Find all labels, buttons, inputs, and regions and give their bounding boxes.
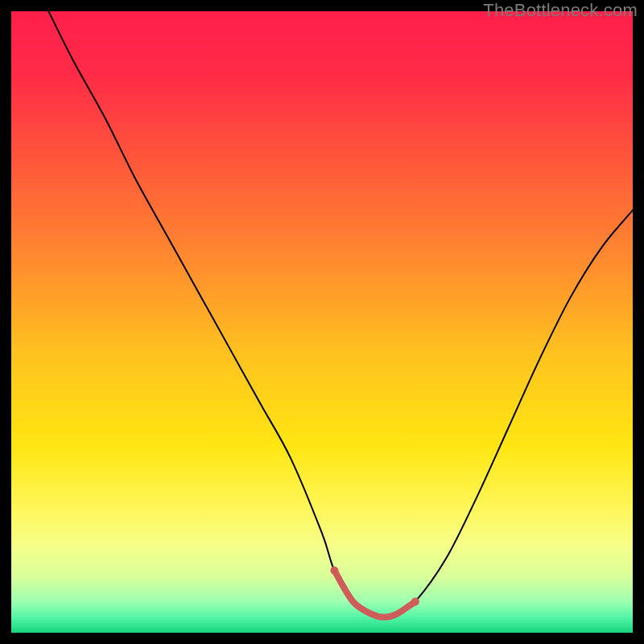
chart-stage: TheBottleneck.com: [0, 0, 644, 644]
attribution-text: TheBottleneck.com: [483, 0, 638, 21]
optimal-zone-start-dot: [330, 567, 338, 575]
chart-svg: [11, 11, 633, 633]
optimal-zone-end-dot: [411, 597, 419, 605]
bottleneck-curve: [48, 11, 633, 617]
optimal-zone-curve: [334, 571, 415, 617]
plot-area: [11, 11, 633, 633]
